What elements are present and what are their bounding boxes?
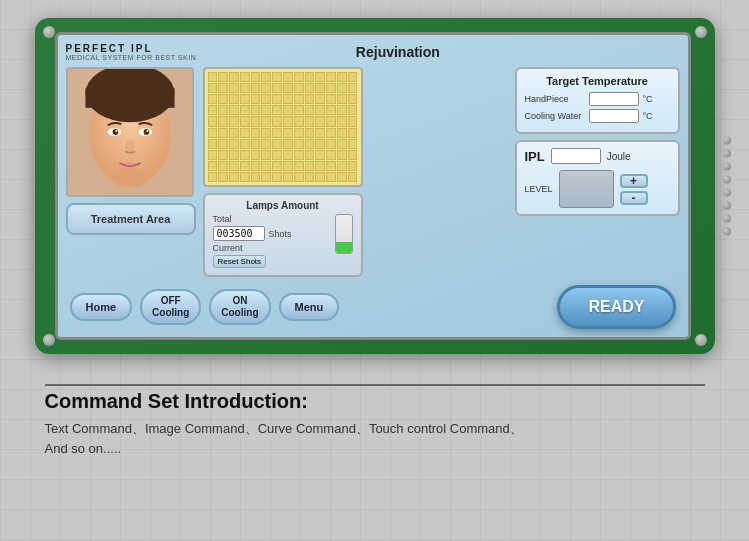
grid-cell bbox=[326, 116, 336, 126]
minus-button[interactable]: - bbox=[620, 191, 648, 205]
grid-cell bbox=[261, 83, 271, 93]
off-cooling-button[interactable]: OFF Cooling bbox=[140, 289, 201, 325]
grid-cell bbox=[337, 139, 347, 149]
grid-cell bbox=[348, 150, 358, 160]
lamps-total-row: Total bbox=[213, 214, 327, 224]
bottom-buttons-row: Home OFF Cooling ON Cooling Menu READY bbox=[66, 285, 680, 329]
grid-cell bbox=[229, 139, 239, 149]
off-cooling-line1: OFF bbox=[161, 295, 181, 306]
grid-cell bbox=[315, 139, 325, 149]
svg-point-9 bbox=[146, 130, 148, 132]
grid-cell bbox=[326, 83, 336, 93]
grid-cell bbox=[294, 72, 304, 82]
grid-cell bbox=[326, 150, 336, 160]
grid-cell bbox=[326, 72, 336, 82]
grid-cell bbox=[261, 139, 271, 149]
grid-cell bbox=[294, 139, 304, 149]
on-cooling-button[interactable]: ON Cooling bbox=[209, 289, 270, 325]
grid-cell bbox=[326, 94, 336, 104]
grid-cell bbox=[348, 161, 358, 171]
treatment-area-button[interactable]: Treatment Area bbox=[66, 203, 196, 235]
lamps-total-label: Total bbox=[213, 214, 255, 224]
grid-cell bbox=[208, 172, 218, 182]
grid-cell bbox=[240, 72, 250, 82]
grid-cell bbox=[240, 128, 250, 138]
right-dots bbox=[723, 137, 731, 236]
off-cooling-line2: Cooling bbox=[152, 307, 189, 318]
grid-cell bbox=[283, 105, 293, 115]
handpiece-unit: °C bbox=[643, 94, 653, 104]
screw-tl bbox=[43, 26, 55, 38]
grid-cell bbox=[218, 116, 228, 126]
lamps-current-row: Current bbox=[213, 243, 327, 253]
ipl-top-row: IPL Joule bbox=[525, 148, 670, 164]
grid-cell bbox=[272, 161, 282, 171]
grid-cell bbox=[337, 105, 347, 115]
face-image bbox=[68, 67, 192, 197]
photo-box bbox=[66, 67, 194, 197]
grid-cell bbox=[283, 139, 293, 149]
reset-shots-button[interactable]: Reset Shots bbox=[213, 255, 267, 268]
grid-cell bbox=[272, 116, 282, 126]
target-temp-title: Target Temperature bbox=[525, 75, 670, 87]
handpiece-temp-row: HandPiece °C bbox=[525, 92, 670, 106]
ready-button[interactable]: READY bbox=[557, 285, 675, 329]
grid-cell bbox=[251, 83, 261, 93]
grid-cell bbox=[283, 94, 293, 104]
grid-cell bbox=[218, 83, 228, 93]
on-cooling-line1: ON bbox=[232, 295, 247, 306]
ipl-joule-label: Joule bbox=[607, 151, 631, 162]
grid-cell bbox=[337, 72, 347, 82]
handpiece-input[interactable] bbox=[589, 92, 639, 106]
grid-cell bbox=[337, 128, 347, 138]
grid-cell bbox=[315, 172, 325, 182]
grid-cell bbox=[348, 72, 358, 82]
grid-cell bbox=[337, 161, 347, 171]
grid-cell bbox=[315, 161, 325, 171]
grid-cell bbox=[240, 172, 250, 182]
grid-cell bbox=[326, 172, 336, 182]
grid-cell bbox=[348, 139, 358, 149]
grid-cell bbox=[315, 116, 325, 126]
lamps-reset-row: Reset Shots bbox=[213, 255, 327, 268]
grid-cell bbox=[326, 161, 336, 171]
grid-cell bbox=[315, 72, 325, 82]
grid-cell bbox=[294, 128, 304, 138]
grid-cell bbox=[294, 94, 304, 104]
grid-cell bbox=[272, 72, 282, 82]
grid-cell bbox=[218, 94, 228, 104]
grid-cell bbox=[218, 128, 228, 138]
lamps-title: Lamps Amount bbox=[213, 200, 353, 211]
grid-cell bbox=[283, 128, 293, 138]
plus-button[interactable]: + bbox=[620, 174, 648, 188]
grid-cell bbox=[218, 150, 228, 160]
grid-cell bbox=[305, 161, 315, 171]
grid-cell bbox=[294, 105, 304, 115]
grid-cell bbox=[272, 172, 282, 182]
grid-cell bbox=[283, 150, 293, 160]
grid-cell bbox=[261, 72, 271, 82]
grid-cell bbox=[337, 83, 347, 93]
cooling-water-unit: °C bbox=[643, 111, 653, 121]
dot bbox=[723, 137, 731, 145]
grid-cell bbox=[315, 83, 325, 93]
right-column: Target Temperature HandPiece °C Cooling … bbox=[515, 67, 680, 277]
grid-cell bbox=[294, 150, 304, 160]
grid-cell bbox=[208, 105, 218, 115]
menu-button[interactable]: Menu bbox=[279, 293, 340, 321]
grid-cell bbox=[208, 116, 218, 126]
grid-cell bbox=[208, 139, 218, 149]
middle-column: Lamps Amount Total 003500 Shots Curre bbox=[203, 67, 508, 277]
dot bbox=[723, 202, 731, 210]
grid-cell bbox=[208, 72, 218, 82]
ipl-value-input[interactable] bbox=[551, 148, 601, 164]
grid-cell bbox=[348, 116, 358, 126]
grid-cell bbox=[305, 83, 315, 93]
grid-cell bbox=[261, 150, 271, 160]
grid-cell bbox=[229, 94, 239, 104]
grid-cell bbox=[261, 116, 271, 126]
divider bbox=[45, 384, 705, 386]
grid-cell bbox=[272, 105, 282, 115]
home-button[interactable]: Home bbox=[70, 293, 133, 321]
cooling-water-input[interactable] bbox=[589, 109, 639, 123]
